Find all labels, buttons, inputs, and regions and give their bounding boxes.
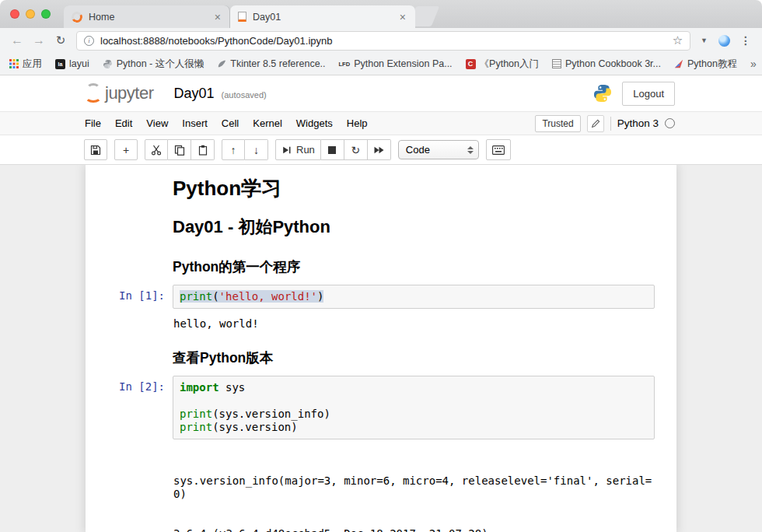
feather-icon <box>217 59 226 68</box>
code-cell-1[interactable]: In [1]: print('hello, world!') <box>86 281 676 313</box>
apps-grid-icon <box>9 59 19 68</box>
scissors-icon <box>151 145 162 156</box>
cut-button[interactable] <box>145 139 168 160</box>
jupyter-header: jupyter Day01 (autosaved) Logout <box>0 75 762 111</box>
python-gray-icon <box>103 59 113 69</box>
markdown-cell[interactable]: Python学习 <box>86 168 676 205</box>
bookmark-layui[interactable]: la layui <box>55 58 89 69</box>
tab-day01[interactable]: Day01 × <box>230 5 415 28</box>
tab-close-icon[interactable]: × <box>398 12 407 23</box>
command-palette-button[interactable] <box>486 139 511 160</box>
notebook-title[interactable]: Day01 <box>174 86 215 102</box>
logout-button[interactable]: Logout <box>622 82 675 106</box>
code-cell-2[interactable]: In [2]: import sys print(sys.version_inf… <box>86 372 676 443</box>
forward-button[interactable]: → <box>30 33 48 47</box>
tab-close-icon[interactable]: × <box>213 12 222 23</box>
markdown-cell[interactable]: 查看Python版本 <box>86 334 676 372</box>
save-button[interactable] <box>84 139 107 160</box>
plus-icon: + <box>123 145 129 156</box>
downloads-dropdown-icon[interactable]: ▼ <box>697 37 711 44</box>
address-bar[interactable]: i ☆ <box>76 31 690 51</box>
code-input[interactable]: import sys print(sys.version_info)print(… <box>173 376 655 439</box>
bookmark-python-cookbook[interactable]: Python Cookbook 3r... <box>552 58 661 69</box>
menu-widgets[interactable]: Widgets <box>289 117 340 129</box>
bookmark-python-intro[interactable]: C 《Python入门 <box>466 58 539 71</box>
copy-icon <box>174 145 185 156</box>
bookmark-tkinter[interactable]: Tkinter 8.5 reference.. <box>217 58 325 69</box>
menu-insert[interactable]: Insert <box>175 117 215 129</box>
move-down-button[interactable]: ↓ <box>245 139 268 160</box>
layui-icon: la <box>55 59 65 69</box>
book-icon <box>552 59 561 68</box>
menu-edit[interactable]: Edit <box>108 117 139 129</box>
close-button[interactable] <box>10 9 19 19</box>
lfd-badge-icon: LFD <box>339 61 351 68</box>
input-prompt: In [1]: <box>86 285 173 309</box>
jupyter-logo-text[interactable]: jupyter <box>105 83 154 103</box>
empty-prompt <box>86 443 173 532</box>
menu-cell[interactable]: Cell <box>215 117 246 129</box>
bookmark-python-blog[interactable]: Python - 这个人很懒 <box>103 58 204 71</box>
bookmark-python-tutorial[interactable]: Python教程 <box>674 58 737 71</box>
bookmark-label: Python Cookbook 3r... <box>565 58 661 69</box>
markdown-cell[interactable]: Day01 - 初始Python <box>86 205 676 243</box>
restart-run-all-button[interactable] <box>368 139 391 160</box>
notebook-favicon-icon <box>238 12 246 22</box>
cell-type-select[interactable]: Code <box>398 140 479 159</box>
bookmark-python-extension[interactable]: LFD Python Extension Pa... <box>339 58 453 69</box>
run-label: Run <box>296 144 315 156</box>
extension-globe-icon[interactable] <box>718 35 730 47</box>
bookmark-label: Python教程 <box>687 58 737 71</box>
heading-1: Python学习 <box>173 177 655 200</box>
menu-file[interactable]: File <box>78 117 108 129</box>
restart-kernel-button[interactable]: ↻ <box>344 139 368 160</box>
back-button[interactable]: ← <box>8 33 26 47</box>
markdown-cell[interactable]: Python的第一个程序 <box>86 243 676 281</box>
bookmark-label: Python - 这个人很懒 <box>117 58 204 71</box>
url-input[interactable] <box>100 35 666 47</box>
input-prompt: In [2]: <box>86 376 173 439</box>
select-arrows-icon <box>467 146 474 154</box>
window-controls <box>10 9 51 19</box>
tab-title: Home <box>89 12 213 23</box>
move-up-button[interactable]: ↑ <box>222 139 245 160</box>
bookmark-star-icon[interactable]: ☆ <box>673 33 683 47</box>
jupyter-favicon-icon <box>70 10 83 23</box>
bookmark-label: layui <box>69 58 89 69</box>
bookmark-apps[interactable]: 应用 <box>9 58 42 71</box>
notebook-toolbar: + ↑ ↓ Run ↻ <box>0 135 762 164</box>
arrow-up-icon: ↑ <box>231 145 236 156</box>
menu-kernel[interactable]: Kernel <box>246 117 289 129</box>
tab-strip: Home × Day01 × <box>0 0 762 28</box>
copy-button[interactable] <box>168 139 191 160</box>
zoom-button[interactable] <box>41 9 51 19</box>
output-line: hello, world! <box>173 317 655 331</box>
bookmarks-overflow-chevron[interactable]: » <box>750 58 757 70</box>
menu-help[interactable]: Help <box>340 117 375 129</box>
paste-button[interactable] <box>191 139 215 160</box>
code-input[interactable]: print('hello, world!') <box>173 285 655 309</box>
tab-home[interactable]: Home × <box>64 5 230 28</box>
browser-menu-icon[interactable]: ⋮ <box>737 34 754 47</box>
insert-cell-button[interactable]: + <box>114 139 138 160</box>
keyboard-icon <box>492 145 505 155</box>
run-button[interactable]: Run <box>275 139 321 160</box>
output-line: sys.version_info(major=3, minor=6, micro… <box>173 474 655 501</box>
edit-mode-indicator <box>587 115 604 132</box>
output-cell-1: hello, world! <box>86 313 676 334</box>
menu-view[interactable]: View <box>139 117 175 129</box>
bookmark-label: 应用 <box>23 58 42 71</box>
trusted-button[interactable]: Trusted <box>535 115 580 132</box>
heading-3: Python的第一个程序 <box>173 258 655 275</box>
minimize-button[interactable] <box>26 9 35 19</box>
notebook-menubar: File Edit View Insert Cell Kernel Widget… <box>0 111 762 135</box>
jupyter-logo-icon[interactable] <box>84 83 103 103</box>
page-info-icon[interactable]: i <box>84 36 94 46</box>
run-icon <box>281 145 292 155</box>
empty-prompt <box>86 338 173 368</box>
cell-type-value: Code <box>406 144 430 156</box>
reload-button[interactable]: ↻ <box>51 33 70 47</box>
python-logo-icon <box>592 83 613 103</box>
stop-button[interactable] <box>321 139 344 160</box>
empty-prompt <box>86 172 173 201</box>
